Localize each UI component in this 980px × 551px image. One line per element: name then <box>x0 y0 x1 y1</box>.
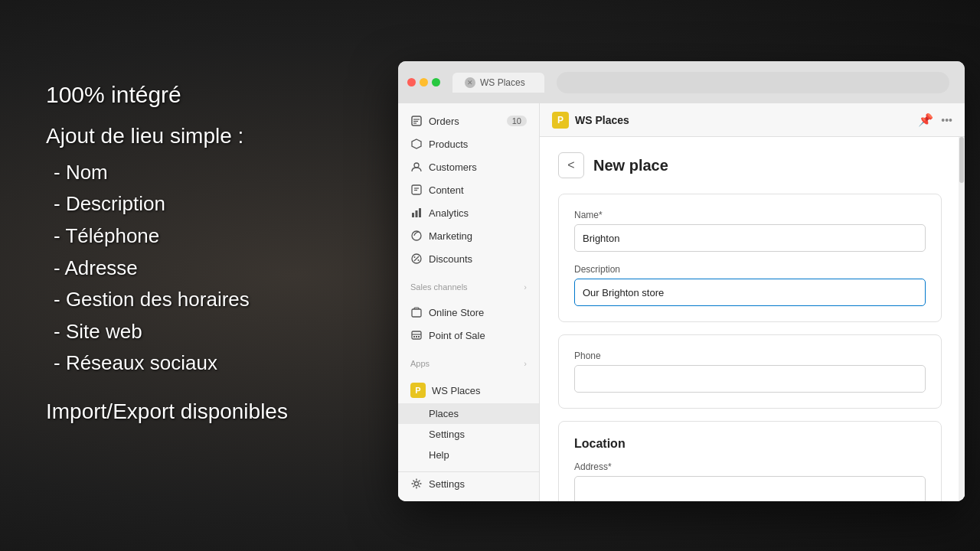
apps-label: Apps <box>410 359 430 368</box>
tab-close-btn[interactable]: ✕ <box>465 77 475 88</box>
overlay-item-3: - Téléphone <box>46 220 288 253</box>
overlay-title: 100% intégré <box>46 77 288 113</box>
svg-rect-8 <box>412 213 414 217</box>
content-icon <box>410 184 423 196</box>
marketing-label: Marketing <box>429 230 472 242</box>
online-store-label: Online Store <box>429 307 484 318</box>
browser-chrome: ✕ WS Places <box>398 61 965 103</box>
products-icon <box>410 138 423 150</box>
tab-label: WS Places <box>480 77 525 88</box>
phone-card: Phone <box>558 334 942 409</box>
orders-icon <box>410 115 423 127</box>
svg-point-22 <box>415 482 419 486</box>
svg-rect-10 <box>419 208 421 217</box>
phone-input[interactable] <box>574 365 926 393</box>
sales-channels-chevron[interactable]: › <box>524 282 527 292</box>
browser-tab[interactable]: ✕ WS Places <box>452 73 544 93</box>
marketing-icon <box>410 230 423 242</box>
apps-divider: Apps › <box>398 353 539 371</box>
more-icon[interactable]: ••• <box>941 114 952 126</box>
products-label: Products <box>429 139 468 150</box>
sidebar-item-analytics[interactable]: Analytics <box>398 201 539 224</box>
sidebar-item-point-of-sale[interactable]: Point of Sale <box>398 324 539 347</box>
sidebar-main-nav: Orders 10 Products <box>398 103 539 276</box>
sidebar-item-customers[interactable]: Customers <box>398 155 539 178</box>
sidebar-subitem-help[interactable]: Help <box>398 445 539 465</box>
discounts-label: Discounts <box>429 253 472 265</box>
overlay-item-5: - Gestion des horaires <box>46 284 288 316</box>
ws-places-app-icon: P <box>410 383 426 398</box>
overlay-subtitle: Ajout de lieu simple : <box>46 119 288 154</box>
svg-point-4 <box>414 163 419 168</box>
address-bar[interactable] <box>557 72 949 93</box>
sidebar-item-content[interactable]: Content <box>398 178 539 201</box>
scrollbar-track <box>959 137 965 501</box>
description-group: Description <box>574 264 926 306</box>
svg-point-15 <box>418 259 420 261</box>
top-bar: P WS Places 📌 ••• <box>540 103 965 137</box>
analytics-icon <box>410 207 423 219</box>
name-group: Name* <box>574 210 926 252</box>
address-label: Address* <box>574 461 926 472</box>
overlay-item-4: - Adresse <box>46 253 288 285</box>
orders-badge: 10 <box>507 116 527 126</box>
back-button[interactable]: < <box>558 152 584 178</box>
top-bar-actions: 📌 ••• <box>918 112 952 127</box>
sidebar-item-discounts[interactable]: Discounts <box>398 247 539 270</box>
overlay-item-2: - Description <box>46 188 288 220</box>
ws-places-label: WS Places <box>432 385 481 396</box>
svg-rect-20 <box>416 336 417 337</box>
description-input[interactable] <box>574 279 926 306</box>
orders-label: Orders <box>429 116 459 127</box>
analytics-label: Analytics <box>429 207 469 219</box>
pin-icon[interactable]: 📌 <box>918 112 933 127</box>
dot-maximize[interactable] <box>432 78 440 86</box>
discounts-icon <box>410 253 423 265</box>
sidebar-item-marketing[interactable]: Marketing <box>398 224 539 247</box>
svg-rect-16 <box>412 309 421 317</box>
ws-help-label: Help <box>429 449 449 461</box>
scrollbar-thumb[interactable] <box>959 137 964 183</box>
overlay-item-1: - Nom <box>46 157 288 189</box>
customers-icon <box>410 161 423 173</box>
description-label: Description <box>574 264 926 275</box>
sidebar-item-ws-places[interactable]: P WS Places <box>398 377 539 403</box>
form-content: < New place Name* Description <box>540 137 965 501</box>
settings-label: Settings <box>429 478 465 490</box>
address-input[interactable] <box>574 476 926 501</box>
phone-label: Phone <box>574 350 926 361</box>
dot-close[interactable] <box>407 78 416 86</box>
overlay-item-7: - Réseaux sociaux <box>46 347 288 380</box>
svg-rect-17 <box>412 331 421 339</box>
overlay-item-6: - Site web <box>46 316 288 348</box>
sidebar-item-settings[interactable]: Settings <box>398 472 539 495</box>
svg-point-14 <box>414 256 416 258</box>
sidebar-subitem-settings[interactable]: Settings <box>398 424 539 445</box>
sales-channels-label: Sales channels <box>410 282 468 292</box>
content-label: Content <box>429 184 464 196</box>
main-panel: P WS Places 📌 ••• < New place <box>540 103 965 501</box>
sidebar-item-products[interactable]: Products <box>398 132 539 155</box>
places-label: Places <box>429 408 459 419</box>
app-icon-small: P <box>552 112 569 129</box>
name-input[interactable] <box>574 224 926 252</box>
sidebar-item-orders[interactable]: Orders 10 <box>398 109 539 132</box>
app-name-badge: P WS Places <box>552 112 629 129</box>
phone-group: Phone <box>574 350 926 393</box>
left-overlay-text: 100% intégré Ajout de lieu simple : - No… <box>46 77 288 429</box>
name-description-card: Name* Description <box>558 194 942 322</box>
apps-section: P WS Places Places Settings Help <box>398 371 539 471</box>
sidebar-subitem-places[interactable]: Places <box>398 403 539 424</box>
sales-channels-divider: Sales channels › <box>398 276 539 295</box>
svg-rect-21 <box>418 336 420 337</box>
content-area[interactable]: < New place Name* Description <box>540 137 965 501</box>
sidebar-item-online-store[interactable]: Online Store <box>398 301 539 324</box>
address-group: Address* <box>574 461 926 501</box>
svg-rect-9 <box>416 210 418 217</box>
dot-minimize[interactable] <box>420 78 428 86</box>
overlay-bottom-note: Import/Export disponibles <box>46 395 288 429</box>
apps-chevron[interactable]: › <box>524 359 527 368</box>
sales-channels-section: Online Store Point of Sale <box>398 295 539 353</box>
svg-rect-19 <box>413 336 415 337</box>
browser-window: ✕ WS Places Orders <box>398 61 965 501</box>
